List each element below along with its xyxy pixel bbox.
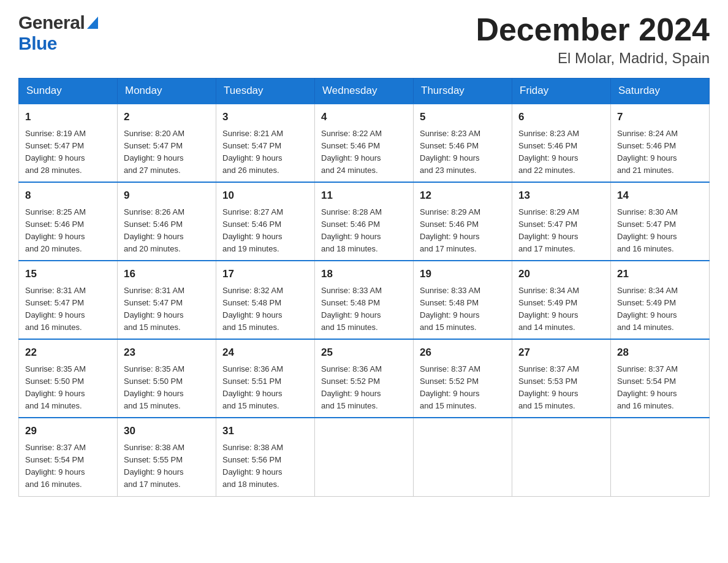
day-info: Sunrise: 8:31 AMSunset: 5:47 PMDaylight:…	[25, 285, 111, 334]
day-number: 25	[321, 345, 407, 361]
calendar-cell	[611, 418, 710, 496]
calendar-cell: 31Sunrise: 8:38 AMSunset: 5:56 PMDayligh…	[216, 418, 315, 496]
day-number: 4	[321, 109, 407, 125]
day-number: 15	[25, 266, 111, 282]
day-info: Sunrise: 8:19 AMSunset: 5:47 PMDaylight:…	[25, 128, 111, 177]
day-number: 12	[420, 188, 506, 204]
calendar-cell: 20Sunrise: 8:34 AMSunset: 5:49 PMDayligh…	[512, 261, 611, 339]
calendar-cell: 6Sunrise: 8:23 AMSunset: 5:46 PMDaylight…	[512, 104, 611, 182]
day-number: 10	[222, 188, 308, 204]
day-number: 6	[518, 109, 604, 125]
day-number: 3	[222, 109, 308, 125]
logo: General Blue	[18, 12, 98, 54]
day-info: Sunrise: 8:23 AMSunset: 5:46 PMDaylight:…	[420, 128, 506, 177]
col-thursday: Thursday	[414, 79, 512, 104]
day-info: Sunrise: 8:29 AMSunset: 5:47 PMDaylight:…	[518, 206, 604, 256]
week-row-2: 8Sunrise: 8:25 AMSunset: 5:46 PMDaylight…	[19, 182, 710, 261]
day-info: Sunrise: 8:32 AMSunset: 5:48 PMDaylight:…	[222, 285, 308, 334]
calendar-cell: 28Sunrise: 8:37 AMSunset: 5:54 PMDayligh…	[611, 339, 710, 418]
calendar-table: Sunday Monday Tuesday Wednesday Thursday…	[18, 78, 710, 496]
calendar-cell: 19Sunrise: 8:33 AMSunset: 5:48 PMDayligh…	[414, 261, 512, 339]
month-title: December 2024	[476, 12, 710, 47]
day-info: Sunrise: 8:38 AMSunset: 5:55 PMDaylight:…	[124, 442, 210, 491]
calendar-cell: 13Sunrise: 8:29 AMSunset: 5:47 PMDayligh…	[512, 182, 611, 261]
col-sunday: Sunday	[19, 79, 118, 104]
logo-general-text: General	[18, 12, 85, 33]
col-tuesday: Tuesday	[216, 79, 315, 104]
week-row-5: 29Sunrise: 8:37 AMSunset: 5:54 PMDayligh…	[19, 418, 710, 496]
calendar-cell: 5Sunrise: 8:23 AMSunset: 5:46 PMDaylight…	[414, 104, 512, 182]
calendar-cell: 12Sunrise: 8:29 AMSunset: 5:46 PMDayligh…	[414, 182, 512, 261]
calendar-cell	[512, 418, 611, 496]
day-info: Sunrise: 8:35 AMSunset: 5:50 PMDaylight:…	[25, 363, 111, 413]
day-info: Sunrise: 8:23 AMSunset: 5:46 PMDaylight:…	[518, 128, 604, 177]
calendar-cell: 8Sunrise: 8:25 AMSunset: 5:46 PMDaylight…	[19, 182, 118, 261]
day-info: Sunrise: 8:34 AMSunset: 5:49 PMDaylight:…	[518, 285, 604, 334]
day-number: 19	[420, 266, 506, 282]
day-number: 16	[124, 266, 210, 282]
page-header: General Blue December 2024 El Molar, Mad…	[18, 12, 710, 67]
calendar-cell: 23Sunrise: 8:35 AMSunset: 5:50 PMDayligh…	[118, 339, 216, 418]
calendar-cell: 9Sunrise: 8:26 AMSunset: 5:46 PMDaylight…	[118, 182, 216, 261]
day-number: 26	[420, 345, 506, 361]
calendar-cell: 17Sunrise: 8:32 AMSunset: 5:48 PMDayligh…	[216, 261, 315, 339]
day-number: 17	[222, 266, 308, 282]
week-row-1: 1Sunrise: 8:19 AMSunset: 5:47 PMDaylight…	[19, 104, 710, 182]
day-number: 5	[420, 109, 506, 125]
day-number: 1	[25, 109, 111, 125]
day-info: Sunrise: 8:33 AMSunset: 5:48 PMDaylight:…	[321, 285, 407, 334]
calendar-cell: 27Sunrise: 8:37 AMSunset: 5:53 PMDayligh…	[512, 339, 611, 418]
day-info: Sunrise: 8:25 AMSunset: 5:46 PMDaylight:…	[25, 206, 111, 256]
calendar-cell: 7Sunrise: 8:24 AMSunset: 5:46 PMDaylight…	[611, 104, 710, 182]
day-number: 13	[518, 188, 604, 204]
logo-triangle-icon	[87, 17, 98, 31]
day-info: Sunrise: 8:20 AMSunset: 5:47 PMDaylight:…	[124, 128, 210, 177]
svg-marker-0	[87, 17, 98, 29]
calendar-cell: 4Sunrise: 8:22 AMSunset: 5:46 PMDaylight…	[315, 104, 414, 182]
week-row-3: 15Sunrise: 8:31 AMSunset: 5:47 PMDayligh…	[19, 261, 710, 339]
day-number: 21	[617, 266, 703, 282]
day-info: Sunrise: 8:38 AMSunset: 5:56 PMDaylight:…	[222, 442, 308, 491]
day-info: Sunrise: 8:30 AMSunset: 5:47 PMDaylight:…	[617, 206, 703, 256]
calendar-cell: 14Sunrise: 8:30 AMSunset: 5:47 PMDayligh…	[611, 182, 710, 261]
col-saturday: Saturday	[611, 79, 710, 104]
calendar-cell: 10Sunrise: 8:27 AMSunset: 5:46 PMDayligh…	[216, 182, 315, 261]
day-info: Sunrise: 8:33 AMSunset: 5:48 PMDaylight:…	[420, 285, 506, 334]
header-row: Sunday Monday Tuesday Wednesday Thursday…	[19, 79, 710, 104]
day-number: 9	[124, 188, 210, 204]
day-info: Sunrise: 8:36 AMSunset: 5:52 PMDaylight:…	[321, 363, 407, 413]
day-info: Sunrise: 8:26 AMSunset: 5:46 PMDaylight:…	[124, 206, 210, 256]
calendar-cell: 2Sunrise: 8:20 AMSunset: 5:47 PMDaylight…	[118, 104, 216, 182]
calendar-cell: 3Sunrise: 8:21 AMSunset: 5:47 PMDaylight…	[216, 104, 315, 182]
day-info: Sunrise: 8:24 AMSunset: 5:46 PMDaylight:…	[617, 128, 703, 177]
day-info: Sunrise: 8:27 AMSunset: 5:46 PMDaylight:…	[222, 206, 308, 256]
col-wednesday: Wednesday	[315, 79, 414, 104]
calendar-cell	[414, 418, 512, 496]
day-info: Sunrise: 8:37 AMSunset: 5:54 PMDaylight:…	[25, 442, 111, 491]
calendar-cell	[315, 418, 414, 496]
calendar-cell: 16Sunrise: 8:31 AMSunset: 5:47 PMDayligh…	[118, 261, 216, 339]
day-number: 18	[321, 266, 407, 282]
calendar-cell: 1Sunrise: 8:19 AMSunset: 5:47 PMDaylight…	[19, 104, 118, 182]
day-info: Sunrise: 8:22 AMSunset: 5:46 PMDaylight:…	[321, 128, 407, 177]
day-number: 22	[25, 345, 111, 361]
calendar-cell: 30Sunrise: 8:38 AMSunset: 5:55 PMDayligh…	[118, 418, 216, 496]
week-row-4: 22Sunrise: 8:35 AMSunset: 5:50 PMDayligh…	[19, 339, 710, 418]
day-number: 24	[222, 345, 308, 361]
day-info: Sunrise: 8:21 AMSunset: 5:47 PMDaylight:…	[222, 128, 308, 177]
day-number: 2	[124, 109, 210, 125]
day-number: 29	[25, 423, 111, 439]
day-info: Sunrise: 8:37 AMSunset: 5:52 PMDaylight:…	[420, 363, 506, 413]
day-info: Sunrise: 8:37 AMSunset: 5:53 PMDaylight:…	[518, 363, 604, 413]
day-number: 30	[124, 423, 210, 439]
day-info: Sunrise: 8:28 AMSunset: 5:46 PMDaylight:…	[321, 206, 407, 256]
day-info: Sunrise: 8:31 AMSunset: 5:47 PMDaylight:…	[124, 285, 210, 334]
calendar-cell: 24Sunrise: 8:36 AMSunset: 5:51 PMDayligh…	[216, 339, 315, 418]
day-number: 7	[617, 109, 703, 125]
day-number: 20	[518, 266, 604, 282]
day-info: Sunrise: 8:37 AMSunset: 5:54 PMDaylight:…	[617, 363, 703, 413]
calendar-cell: 11Sunrise: 8:28 AMSunset: 5:46 PMDayligh…	[315, 182, 414, 261]
day-number: 28	[617, 345, 703, 361]
calendar-cell: 22Sunrise: 8:35 AMSunset: 5:50 PMDayligh…	[19, 339, 118, 418]
day-info: Sunrise: 8:29 AMSunset: 5:46 PMDaylight:…	[420, 206, 506, 256]
